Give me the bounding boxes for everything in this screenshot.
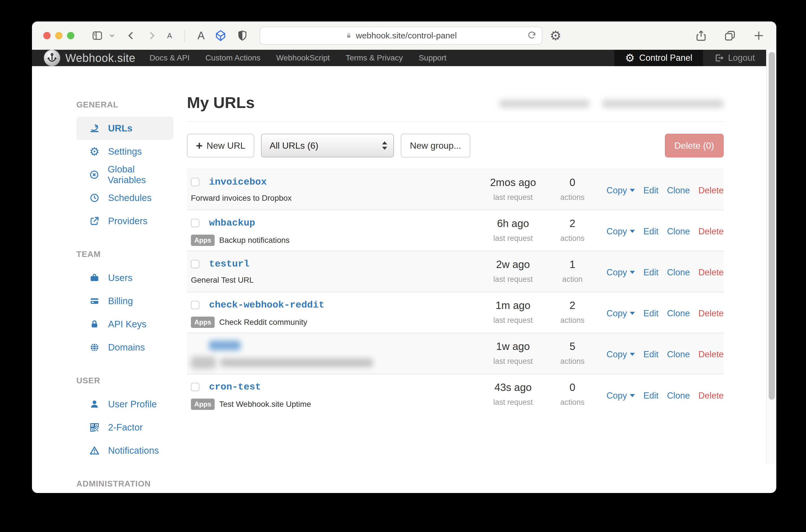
zoom-window-button[interactable] bbox=[67, 32, 74, 39]
sidebar-toggle-icon[interactable] bbox=[91, 30, 103, 41]
chevron-down-icon[interactable] bbox=[108, 32, 116, 39]
address-bar[interactable]: webhook.site/control-panel bbox=[260, 26, 542, 45]
page-scrollbar[interactable] bbox=[766, 50, 776, 463]
copy-link[interactable]: Copy bbox=[607, 391, 635, 401]
last-request-value: 2w ago bbox=[481, 259, 546, 270]
delete-link[interactable]: Delete bbox=[698, 186, 724, 196]
sidebar-item-2-factor[interactable]: 2-Factor bbox=[76, 416, 173, 439]
caret-down-icon bbox=[630, 353, 635, 356]
sidebar-item-notifications[interactable]: Notifications bbox=[76, 439, 173, 462]
last-request-value: 43s ago bbox=[481, 382, 546, 394]
qr-code-icon bbox=[88, 422, 101, 433]
actions-label: action bbox=[546, 275, 599, 284]
reload-icon[interactable] bbox=[527, 31, 537, 40]
delete-link[interactable]: Delete bbox=[698, 226, 724, 236]
url-group-filter-select[interactable]: All URLs (6) bbox=[261, 134, 394, 157]
edit-link[interactable]: Edit bbox=[643, 349, 658, 360]
clone-link[interactable]: Clone bbox=[667, 349, 690, 360]
credit-card-icon bbox=[88, 296, 101, 306]
url-description: Check Reddit community bbox=[219, 318, 307, 327]
edit-link[interactable]: Edit bbox=[643, 226, 658, 236]
sidebar-item-urls[interactable]: URLs bbox=[76, 117, 173, 140]
minimize-window-button[interactable] bbox=[55, 32, 62, 39]
brand-name[interactable]: Webhook.site bbox=[65, 52, 135, 64]
sidebar-item-user-profile[interactable]: User Profile bbox=[76, 393, 173, 416]
delete-link[interactable]: Delete bbox=[698, 349, 724, 360]
new-group-button[interactable]: New group... bbox=[401, 134, 470, 157]
redacted-url-name bbox=[209, 341, 241, 350]
delete-link[interactable]: Delete bbox=[698, 308, 724, 319]
row-checkbox[interactable] bbox=[191, 301, 200, 309]
nav-terms-privacy[interactable]: Terms & Privacy bbox=[345, 53, 403, 62]
forward-button[interactable] bbox=[146, 30, 157, 41]
control-panel-button[interactable]: ⚙ Control Panel bbox=[614, 50, 703, 66]
last-request-value: 6h ago bbox=[481, 218, 546, 230]
extension-cube-icon[interactable] bbox=[214, 30, 227, 42]
row-checkbox[interactable] bbox=[191, 219, 200, 227]
sidebar-item-users[interactable]: Users bbox=[76, 266, 173, 289]
delete-link[interactable]: Delete bbox=[698, 267, 724, 278]
edit-link[interactable]: Edit bbox=[643, 186, 658, 196]
nav-webhookscript[interactable]: WebhookScript bbox=[276, 53, 330, 62]
delete-selected-button[interactable]: Delete (0) bbox=[665, 134, 724, 157]
sidebar-item-global-variables[interactable]: Global Variables bbox=[76, 163, 173, 186]
copy-link[interactable]: Copy bbox=[607, 308, 635, 319]
clone-link[interactable]: Clone bbox=[667, 267, 690, 278]
row-checkbox[interactable] bbox=[191, 178, 200, 186]
edit-link[interactable]: Edit bbox=[643, 391, 658, 401]
sidebar-item-schedules[interactable]: Schedules bbox=[76, 186, 173, 209]
sidebar-item-billing[interactable]: Billing bbox=[76, 289, 173, 312]
apps-badge: Apps bbox=[191, 399, 214, 410]
clone-link[interactable]: Clone bbox=[667, 226, 690, 236]
copy-link[interactable]: Copy bbox=[607, 226, 635, 236]
share-icon[interactable] bbox=[695, 30, 707, 42]
decrease-text-size-button[interactable]: A bbox=[167, 31, 172, 40]
browser-settings-gear-icon[interactable]: ⚙ bbox=[550, 29, 561, 42]
sidebar-section-user: USER bbox=[76, 376, 173, 385]
new-url-button[interactable]: + New URL bbox=[187, 134, 254, 157]
close-window-button[interactable] bbox=[43, 32, 51, 39]
scrollbar-thumb[interactable] bbox=[769, 52, 775, 400]
sidebar-item-domains[interactable]: Domains bbox=[76, 336, 173, 359]
new-tab-plus-icon[interactable] bbox=[753, 30, 765, 42]
edit-link[interactable]: Edit bbox=[643, 308, 658, 319]
clone-link[interactable]: Clone bbox=[667, 308, 690, 319]
redacted-description bbox=[220, 358, 373, 367]
clone-link[interactable]: Clone bbox=[667, 186, 690, 196]
shield-icon[interactable] bbox=[237, 30, 248, 41]
row-checkbox[interactable] bbox=[191, 260, 200, 268]
nav-support[interactable]: Support bbox=[418, 53, 446, 62]
actions-label: actions bbox=[546, 316, 599, 325]
actions-count: 2 bbox=[546, 300, 599, 311]
browser-window: A A webhook.site/control bbox=[32, 21, 776, 493]
tabs-overview-icon[interactable] bbox=[724, 30, 736, 42]
row-checkbox[interactable] bbox=[191, 383, 200, 391]
sidebar-item-settings[interactable]: ⚙ Settings bbox=[76, 140, 173, 163]
logout-button[interactable]: Logout bbox=[703, 50, 766, 66]
delete-link[interactable]: Delete bbox=[698, 391, 724, 401]
export-icon bbox=[88, 216, 101, 226]
url-name-link[interactable]: whbackup bbox=[209, 218, 255, 228]
sidebar-item-api-keys[interactable]: API Keys bbox=[76, 312, 173, 336]
increase-text-size-button[interactable]: A bbox=[198, 30, 204, 42]
url-name-link[interactable]: cron-test bbox=[209, 382, 261, 392]
copy-link[interactable]: Copy bbox=[607, 349, 635, 360]
nav-docs-api[interactable]: Docs & API bbox=[150, 53, 190, 62]
copy-link[interactable]: Copy bbox=[607, 186, 635, 196]
url-name-link[interactable]: testurl bbox=[209, 259, 249, 269]
nav-custom-actions[interactable]: Custom Actions bbox=[205, 53, 261, 62]
clone-link[interactable]: Clone bbox=[667, 391, 690, 401]
url-name-link[interactable]: invoicebox bbox=[209, 177, 267, 187]
url-name-link[interactable]: check-webhook-reddit bbox=[209, 300, 324, 310]
edit-link[interactable]: Edit bbox=[643, 267, 658, 278]
back-button[interactable] bbox=[125, 30, 136, 41]
copy-link[interactable]: Copy bbox=[607, 267, 635, 278]
redacted-badge bbox=[191, 357, 216, 369]
sidebar-item-providers[interactable]: Providers bbox=[76, 209, 173, 233]
logout-icon bbox=[714, 53, 724, 63]
last-request-label: last request bbox=[481, 357, 546, 366]
actions-count: 0 bbox=[546, 177, 599, 189]
webhook-site-logo[interactable] bbox=[44, 50, 60, 66]
person-icon bbox=[88, 399, 101, 409]
lock-icon bbox=[345, 32, 352, 39]
